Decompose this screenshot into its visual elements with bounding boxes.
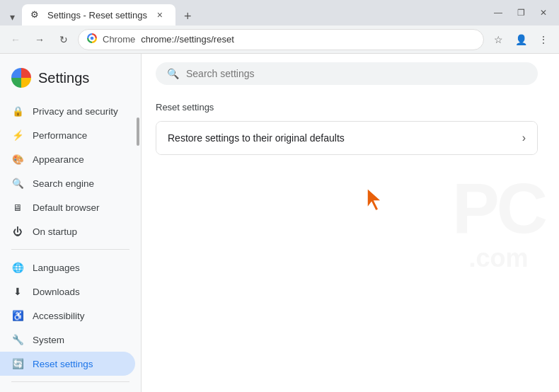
appearance-icon: 🎨: [11, 153, 24, 166]
chrome-label: Chrome: [103, 34, 135, 45]
sidebar-item-downloads[interactable]: ⬇ Downloads: [0, 279, 135, 304]
forward-button[interactable]: →: [30, 30, 50, 50]
section-title: Reset settings: [156, 102, 545, 113]
address-bar: ← → ↻ Chrome chrome://settings/reset ☆ 👤…: [0, 25, 559, 54]
minimize-button[interactable]: —: [488, 5, 508, 21]
address-bar-actions: ☆ 👤 ⋮: [488, 30, 553, 50]
restore-defaults-row[interactable]: Restore settings to their original defau…: [156, 122, 537, 154]
privacy-icon: 🔒: [11, 105, 24, 117]
active-tab[interactable]: ⚙ Settings - Reset settings ×: [22, 4, 175, 25]
reset-settings-icon: 🔄: [11, 357, 24, 370]
cursor-arrow: [364, 187, 387, 215]
sidebar-item-reset-settings[interactable]: 🔄 Reset settings: [0, 352, 135, 376]
sidebar-item-extensions[interactable]: 🧩 Extensions ↗: [0, 388, 135, 392]
search-icon: 🔍: [167, 68, 179, 79]
watermark-pc: PC: [452, 173, 545, 243]
search-bar: 🔍: [156, 62, 538, 85]
sidebar-item-label: Accessibility: [33, 311, 85, 321]
chrome-logo-icon: [87, 33, 97, 45]
sidebar-item-privacy[interactable]: 🔒 Privacy and security: [0, 99, 135, 123]
tab-favicon: ⚙: [30, 9, 42, 21]
sidebar-item-label: Privacy and security: [33, 106, 118, 117]
browser-content: Settings 🔒 Privacy and security ⚡ Perfor…: [0, 54, 559, 392]
sidebar: Settings 🔒 Privacy and security ⚡ Perfor…: [0, 54, 142, 392]
tab-title: Settings - Reset settings: [47, 10, 147, 21]
profile-button[interactable]: 👤: [511, 30, 531, 50]
sidebar-item-system[interactable]: 🔧 System: [0, 328, 135, 352]
sidebar-item-languages[interactable]: 🌐 Languages: [0, 255, 135, 279]
content-area: Reset settings Restore settings to their…: [142, 93, 559, 169]
menu-button[interactable]: ⋮: [534, 30, 553, 50]
languages-icon: 🌐: [11, 261, 24, 274]
search-input[interactable]: [186, 68, 526, 79]
system-icon: 🔧: [11, 333, 24, 346]
reload-button[interactable]: ↻: [54, 30, 74, 50]
maximize-button[interactable]: ❐: [511, 5, 531, 21]
sidebar-item-default-browser[interactable]: 🖥 Default browser: [0, 195, 135, 219]
sidebar-divider-2: [11, 381, 129, 382]
new-tab-button[interactable]: +: [178, 8, 197, 25]
tab-group: ▾ ⚙ Settings - Reset settings × +: [6, 0, 197, 25]
sidebar-item-label: Appearance: [33, 154, 84, 165]
performance-icon: ⚡: [11, 129, 24, 142]
sidebar-item-label: On startup: [33, 226, 77, 237]
sidebar-item-search[interactable]: 🔍 Search engine: [0, 171, 135, 195]
sidebar-item-label: Languages: [33, 263, 80, 273]
settings-card: Restore settings to their original defau…: [156, 121, 538, 155]
sidebar-item-label: Downloads: [33, 287, 80, 297]
window-controls: — ❐ ✕: [488, 5, 553, 21]
sidebar-item-on-startup[interactable]: ⏻ On startup: [0, 219, 135, 243]
sidebar-item-accessibility[interactable]: ♿ Accessibility: [0, 304, 135, 328]
scrollbar[interactable]: [137, 117, 139, 146]
svg-point-0: [91, 37, 94, 40]
sidebar-item-performance[interactable]: ⚡ Performance: [0, 123, 135, 147]
svg-marker-1: [367, 188, 381, 211]
on-startup-icon: ⏻: [11, 225, 24, 238]
accessibility-icon: ♿: [11, 309, 24, 322]
sidebar-item-label: Default browser: [33, 202, 100, 213]
back-button[interactable]: ←: [6, 30, 25, 50]
row-arrow-icon: ›: [522, 132, 526, 144]
sidebar-item-label: System: [33, 335, 64, 345]
restore-defaults-label: Restore settings to their original defau…: [168, 132, 522, 144]
sidebar-item-label: Reset settings: [33, 359, 93, 369]
sidebar-item-label: Search engine: [33, 178, 94, 189]
bookmark-button[interactable]: ☆: [488, 30, 508, 50]
default-browser-icon: 🖥: [11, 201, 24, 214]
title-bar: ▾ ⚙ Settings - Reset settings × + — ❐ ✕: [0, 0, 559, 25]
tab-list-button[interactable]: ▾: [6, 8, 19, 25]
sidebar-title: Settings: [38, 70, 89, 86]
sidebar-item-appearance[interactable]: 🎨 Appearance: [0, 147, 135, 171]
close-button[interactable]: ✕: [534, 5, 553, 21]
sidebar-divider: [11, 249, 129, 250]
downloads-icon: ⬇: [11, 285, 24, 298]
watermark-com: .com: [469, 243, 529, 273]
watermark: PC .com: [452, 173, 545, 273]
search-bar-container: 🔍: [142, 54, 559, 93]
main-panel: PC .com 🔍 Reset settings Restore setting…: [142, 54, 559, 392]
tab-close-button[interactable]: ×: [153, 8, 167, 22]
chrome-logo-sidebar: [11, 68, 31, 88]
search-engine-icon: 🔍: [11, 177, 24, 190]
omnibox[interactable]: Chrome chrome://settings/reset: [78, 29, 484, 50]
sidebar-header: Settings: [0, 59, 141, 99]
url-text: chrome://settings/reset: [141, 34, 475, 45]
sidebar-item-label: Performance: [33, 130, 87, 141]
